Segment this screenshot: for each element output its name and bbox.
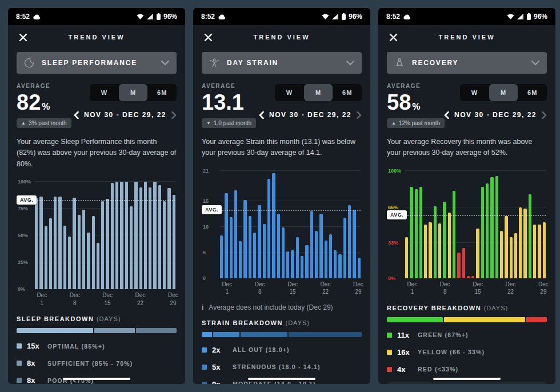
chart-bar[interactable] <box>467 276 470 278</box>
metric-selector-dropdown[interactable]: SLEEP PERFORMANCE <box>17 52 177 74</box>
chart-bar[interactable] <box>505 216 507 278</box>
chart-bar[interactable] <box>419 187 422 278</box>
chart-bar[interactable] <box>529 194 531 278</box>
chart-bar[interactable] <box>301 256 303 278</box>
range-toggle-option-6m[interactable]: 6M <box>518 84 547 101</box>
chart-bar[interactable] <box>158 185 161 289</box>
chart-bar[interactable] <box>253 233 256 278</box>
chart-bar[interactable] <box>305 245 308 278</box>
chart-bar[interactable] <box>82 210 85 289</box>
chart-bar[interactable] <box>471 276 474 278</box>
chart-bar[interactable] <box>125 182 128 289</box>
chart-bar[interactable] <box>234 190 237 278</box>
range-toggle-option-m[interactable]: M <box>489 84 518 101</box>
chart-bar[interactable] <box>519 207 522 278</box>
what-is-metric-card[interactable]: What is Recovery? <box>387 382 547 384</box>
range-toggle-option-6m[interactable]: 6M <box>147 84 177 101</box>
chart-bar[interactable] <box>267 179 270 278</box>
chart-bar[interactable] <box>315 231 318 278</box>
chart-bar[interactable] <box>115 182 118 289</box>
chart-bar[interactable] <box>410 187 413 278</box>
chart-bar[interactable] <box>144 182 147 289</box>
chart-bar[interactable] <box>130 206 133 289</box>
chart-bar[interactable] <box>429 222 431 278</box>
chart-bar[interactable] <box>139 187 142 290</box>
chart-bar[interactable] <box>457 253 460 278</box>
chart-bar[interactable] <box>510 237 513 278</box>
chart-bar[interactable] <box>63 226 66 289</box>
chart-bar[interactable] <box>319 214 322 278</box>
next-range-chevron-icon[interactable] <box>542 111 547 119</box>
chart-bar[interactable] <box>272 173 275 278</box>
chart-bar[interactable] <box>286 251 289 278</box>
chart-bar[interactable] <box>35 198 38 289</box>
metric-selector-dropdown[interactable]: RECOVERY <box>387 52 547 74</box>
chart-bar[interactable] <box>225 193 227 278</box>
chart-bar[interactable] <box>92 216 95 289</box>
chart-bar[interactable] <box>106 199 109 289</box>
range-toggle-option-m[interactable]: M <box>119 84 148 101</box>
chart-bar[interactable] <box>282 227 285 278</box>
chart-bar[interactable] <box>111 183 114 289</box>
chart-bar[interactable] <box>343 218 346 278</box>
range-toggle-option-m[interactable]: M <box>304 84 333 101</box>
chart-bar[interactable] <box>153 182 156 289</box>
chart-bar[interactable] <box>277 214 280 278</box>
chart-bar[interactable] <box>296 237 299 278</box>
chart-bar[interactable] <box>523 209 526 278</box>
chart-bar[interactable] <box>97 243 99 289</box>
chart-bar[interactable] <box>334 250 337 278</box>
prev-range-chevron-icon[interactable] <box>74 111 79 119</box>
chart-bar[interactable] <box>230 217 233 278</box>
chart-bar[interactable] <box>543 222 546 278</box>
chart-bar[interactable] <box>358 258 361 278</box>
chart-bar[interactable] <box>325 241 327 278</box>
chart-bar[interactable] <box>415 189 418 278</box>
chart-bar[interactable] <box>329 234 332 278</box>
next-range-chevron-icon[interactable] <box>357 111 362 119</box>
chart-bar[interactable] <box>424 225 427 278</box>
chart-bar[interactable] <box>500 231 503 278</box>
chart-bar[interactable] <box>149 187 151 290</box>
chart-bar[interactable] <box>87 233 90 290</box>
chart-bar[interactable] <box>353 210 355 278</box>
chart-bar[interactable] <box>443 202 446 278</box>
next-range-chevron-icon[interactable] <box>171 111 177 119</box>
chart-bar[interactable] <box>448 213 451 278</box>
chart-bar[interactable] <box>476 229 479 278</box>
chart-bar[interactable] <box>220 235 223 278</box>
home-indicator[interactable] <box>248 378 315 380</box>
chart-bar[interactable] <box>514 233 517 278</box>
chart-bar[interactable] <box>538 225 541 278</box>
metric-selector-dropdown[interactable]: DAY STRAIN <box>202 52 362 74</box>
chart-bar[interactable] <box>405 237 408 278</box>
close-icon[interactable] <box>202 31 214 43</box>
chart-bar[interactable] <box>134 182 137 289</box>
chart-bar[interactable] <box>486 183 489 278</box>
chart-bar[interactable] <box>249 216 251 278</box>
chart-bar[interactable] <box>163 201 166 289</box>
chart-bar[interactable] <box>58 197 61 289</box>
chart-bar[interactable] <box>462 248 465 278</box>
chart-bar[interactable] <box>120 182 123 289</box>
chart-bar[interactable] <box>45 226 47 289</box>
chart-bar[interactable] <box>291 250 294 278</box>
home-indicator[interactable] <box>433 378 501 380</box>
chart-bar[interactable] <box>348 205 351 278</box>
close-icon[interactable] <box>17 31 29 43</box>
chart-bar[interactable] <box>54 197 57 289</box>
chart-bar[interactable] <box>39 197 42 289</box>
chart-bar[interactable] <box>310 211 313 278</box>
range-toggle-option-w[interactable]: W <box>460 84 489 101</box>
chart-bar[interactable] <box>167 188 170 289</box>
chart-bar[interactable] <box>481 187 484 278</box>
chart-bar[interactable] <box>453 191 455 278</box>
chart-bar[interactable] <box>78 215 81 289</box>
chart-bar[interactable] <box>239 241 242 278</box>
chart-bar[interactable] <box>68 237 71 289</box>
range-toggle-option-w[interactable]: W <box>275 84 304 101</box>
range-toggle-option-w[interactable]: W <box>90 84 119 101</box>
range-toggle-option-6m[interactable]: 6M <box>333 84 362 101</box>
close-icon[interactable] <box>387 31 399 43</box>
chart-bar[interactable] <box>533 225 536 278</box>
